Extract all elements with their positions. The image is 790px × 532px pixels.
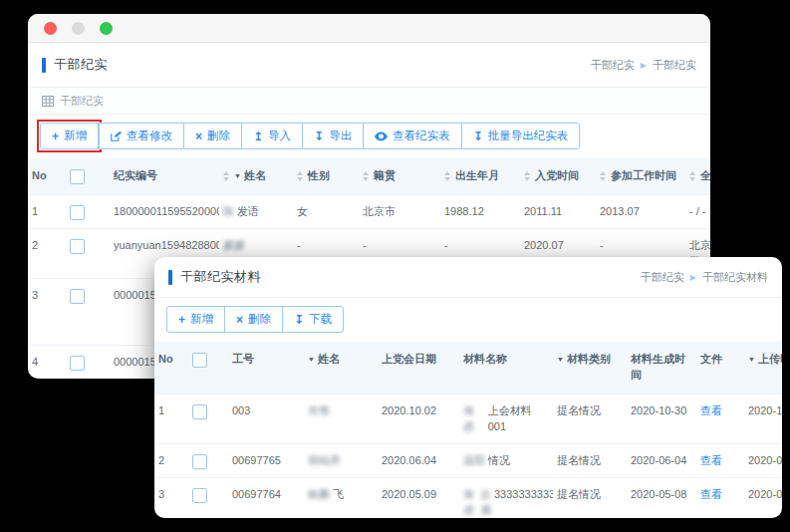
- column-header: 材料生成时间: [627, 342, 696, 394]
- toolbar-button[interactable]: ×删除: [183, 123, 242, 149]
- toolbar-button[interactable]: ↧导出: [302, 123, 364, 149]
- row-select-cell: [66, 346, 110, 379]
- minimize-window-button[interactable]: [72, 22, 85, 35]
- toolbar-button[interactable]: 查看修改: [99, 123, 184, 149]
- column-header-label: 性别: [308, 168, 330, 184]
- toolbar: +新增查看修改×删除↥导入↧导出查看纪实表↧批量导出纪实表: [28, 115, 710, 158]
- sort-icon[interactable]: [297, 171, 303, 181]
- toolbar-button[interactable]: +新增: [40, 123, 99, 149]
- sort-icon[interactable]: [223, 171, 229, 181]
- row-checkbox[interactable]: [70, 205, 85, 220]
- toolbar-button-label: 下载: [309, 312, 332, 327]
- window-titlebar: [28, 14, 710, 43]
- row-select-cell: [66, 195, 110, 228]
- table-header-row: No工号▼姓名上党会日期材料名称▼材料类别材料生成时间文件▼上传时间: [154, 342, 782, 394]
- table-cell: 180000011595520000: [110, 195, 219, 228]
- plus-icon: +: [178, 314, 185, 326]
- toolbar-button[interactable]: 查看纪实表: [363, 123, 462, 149]
- column-header: 纪实编号: [110, 158, 219, 194]
- table-cell: 提名情况: [553, 478, 627, 511]
- table-cell: 北京市: [359, 195, 440, 228]
- view-file-link[interactable]: 查看: [700, 487, 722, 503]
- column-header[interactable]: 性别: [293, 158, 359, 194]
- sort-icon[interactable]: [444, 171, 450, 181]
- table-cell: 3: [154, 478, 188, 511]
- column-header[interactable]: ▼上传时间: [744, 342, 782, 378]
- table-cell: 2020.10.02: [378, 395, 459, 427]
- download-icon: ↧: [473, 131, 483, 142]
- file-cell: 查看: [696, 478, 744, 511]
- sort-icon[interactable]: [600, 171, 606, 181]
- materials-table: No工号▼姓名上党会日期材料名称▼材料类别材料生成时间文件▼上传时间1003肖慧…: [154, 342, 782, 518]
- toolbar-button[interactable]: ↧下载: [282, 306, 344, 333]
- column-header: 文件: [696, 342, 744, 378]
- column-header[interactable]: 出生年月: [440, 158, 520, 194]
- zoom-window-button[interactable]: [100, 22, 113, 35]
- table-cell: 肖慧: [304, 395, 378, 427]
- breadcrumb-item[interactable]: 干部纪实: [591, 58, 635, 73]
- select-all-checkbox[interactable]: [192, 353, 207, 368]
- table-cell: 2020-06-04: [627, 444, 696, 477]
- table-cell: 2020-05-09 16:43:45: [744, 478, 782, 511]
- row-select-cell: [66, 279, 110, 312]
- filter-icon[interactable]: ▼: [747, 355, 755, 365]
- breadcrumb-item[interactable]: 干部纪实: [641, 270, 684, 285]
- toolbar-button-label: 导出: [329, 129, 352, 143]
- column-header-label: 材料名称: [463, 352, 507, 368]
- filter-icon[interactable]: ▼: [307, 355, 315, 365]
- table-cell: 提名情况: [553, 395, 627, 427]
- toolbar-button[interactable]: ×删除: [224, 306, 283, 333]
- column-header[interactable]: 籍贯: [359, 158, 440, 194]
- filter-icon[interactable]: ▼: [556, 355, 564, 365]
- breadcrumb-arrow-icon: ▶: [641, 61, 647, 70]
- column-header[interactable]: 参加工作时间: [596, 158, 685, 194]
- column-header[interactable]: ▼姓名: [219, 158, 293, 194]
- table-cell: 陈发语: [219, 195, 293, 228]
- table-cell: 提名情况: [553, 444, 627, 477]
- row-checkbox[interactable]: [192, 404, 207, 419]
- column-header[interactable]: ▼材料类别: [553, 342, 627, 378]
- column-header-label: 上传时间: [758, 352, 782, 368]
- sort-icon[interactable]: [363, 171, 369, 181]
- toolbar-button[interactable]: ↥导入: [241, 123, 303, 149]
- toolbar-button-label: 查看修改: [127, 129, 172, 143]
- row-checkbox[interactable]: [70, 356, 85, 371]
- filter-icon[interactable]: ▼: [233, 171, 241, 181]
- column-header[interactable]: 入党时间: [520, 158, 596, 194]
- table-row: 1003肖慧2020.10.02海虑上会材料001提名情况2020-10-30查…: [154, 394, 782, 443]
- breadcrumb-item: 干部纪实材料: [702, 270, 768, 285]
- column-header[interactable]: ▼姓名: [304, 342, 378, 378]
- row-select-cell: [188, 478, 228, 511]
- breadcrumb: 干部纪实 ▶ 干部纪实: [591, 58, 696, 73]
- column-header: No: [28, 158, 66, 194]
- table-cell: - / -: [685, 195, 710, 228]
- view-file-link[interactable]: 查看: [700, 453, 722, 469]
- desktop-background: 干部纪实 干部纪实 ▶ 干部纪实 干部纪实 +新增查看修改×删除↥导入↧导出查看…: [0, 0, 790, 532]
- table-cell: 003: [228, 395, 304, 427]
- view-file-link[interactable]: 查看: [700, 403, 722, 419]
- row-checkbox[interactable]: [192, 454, 207, 469]
- table-cell: 00697765: [228, 444, 304, 477]
- sort-icon[interactable]: [689, 171, 695, 181]
- toolbar-button[interactable]: ↧批量导出纪实表: [461, 123, 581, 149]
- select-all-checkbox[interactable]: [70, 169, 85, 184]
- row-checkbox[interactable]: [70, 239, 85, 254]
- toolbar-button-label: 查看纪实表: [393, 129, 450, 143]
- row-checkbox[interactable]: [192, 488, 207, 503]
- column-header: 上党会日期: [378, 342, 459, 378]
- title-accent-bar: [42, 58, 46, 73]
- close-window-button[interactable]: [44, 22, 57, 35]
- eye-icon: [375, 132, 388, 141]
- row-checkbox[interactable]: [70, 289, 85, 304]
- column-header[interactable]: 全日制教育: [685, 158, 710, 194]
- sort-icon[interactable]: [524, 171, 530, 181]
- column-header-label: 上党会日期: [382, 352, 436, 368]
- table-cell: 1: [154, 395, 188, 427]
- file-cell: 查看: [696, 395, 744, 427]
- x-icon: ×: [195, 131, 202, 142]
- table-cell: 3: [28, 279, 66, 312]
- column-header-label: 全日制教育: [700, 168, 710, 184]
- column-header-label: 工号: [232, 352, 254, 368]
- column-header-label: No: [32, 168, 47, 184]
- toolbar-button[interactable]: +新增: [166, 306, 225, 333]
